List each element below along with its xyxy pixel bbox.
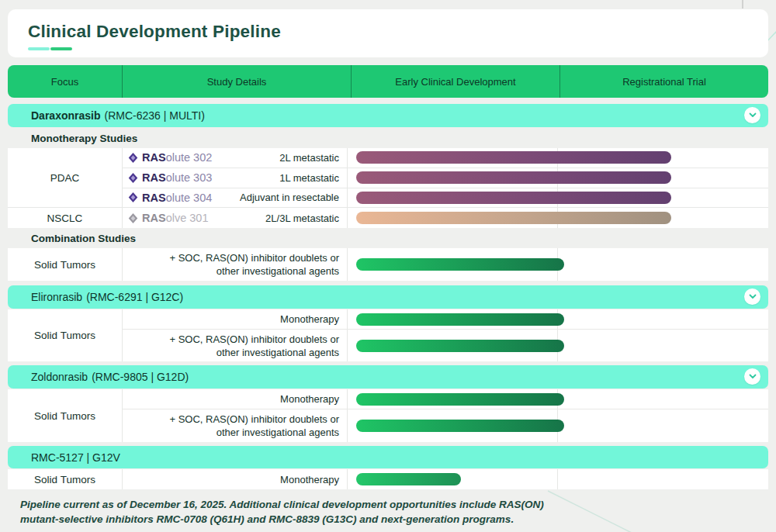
stage-label: 2L/3L metastatic <box>265 212 339 225</box>
rmc-5127-table: Solid Tumors Monotherapy <box>8 469 768 489</box>
column-header-study-details: Study Details <box>122 65 351 98</box>
focus-group-pdac: PDAC RASolute 302 2L metastatic <box>8 148 768 208</box>
footnote-line-1: Pipeline current as of December 16, 2025… <box>20 497 544 512</box>
section-banner-zoldonrasib[interactable]: Zoldonrasib (RMC-9805 | G12D) <box>8 365 768 389</box>
subsection-monotherapy-studies: Monotherapy Studies <box>8 129 768 148</box>
column-header-registrational-trial: Registrational Trial <box>559 65 768 98</box>
table-row: + SOC, RAS(ON) inhibitor doublets or oth… <box>122 248 768 281</box>
drug-code: (RMC-6291 | G12C) <box>86 291 183 303</box>
title-card: Clinical Development Pipeline <box>8 9 768 57</box>
pipeline-bar <box>356 258 564 271</box>
column-header-early-clinical-development: Early Clinical Development <box>351 65 559 98</box>
stage-label: Monotherapy <box>280 392 339 406</box>
stage-label: + SOC, RAS(ON) inhibitor doublets or oth… <box>169 413 339 439</box>
section-banner-rmc-5127[interactable]: RMC-5127 | G12V <box>8 446 768 468</box>
focus-group-solid-tumors: Solid Tumors Monotherapy + SOC, RAS(ON) … <box>8 309 768 361</box>
focus-group-solid-tumors: Solid Tumors + SOC, RAS(ON) inhibitor do… <box>8 248 768 281</box>
elironrasib-table: Solid Tumors Monotherapy + SOC, RAS(ON) … <box>8 309 768 361</box>
table-row: Monotherapy <box>122 469 768 489</box>
table-row: Monotherapy <box>122 309 768 330</box>
stage-label: Monotherapy <box>280 313 339 326</box>
daraxonrasib-combination-table: Solid Tumors + SOC, RAS(ON) inhibitor do… <box>8 248 768 281</box>
table-header-row: Focus Study Details Early Clinical Devel… <box>8 65 768 98</box>
underline-green-segment <box>50 47 72 50</box>
focus-group-solid-tumors: Solid Tumors Monotherapy <box>8 469 768 489</box>
table-row: RASolute 303 1L metastatic <box>122 168 768 188</box>
trial-name-rasolute-304: RASolute 304 <box>128 192 212 204</box>
stage-label: Adjuvant in resectable <box>240 191 339 204</box>
section-banner-elironrasib[interactable]: Elironrasib (RMC-6291 | G12C) <box>8 285 768 309</box>
table-row: RASolute 304 Adjuvant in resectable <box>122 188 768 208</box>
daraxonrasib-monotherapy-table: PDAC RASolute 302 2L metastatic <box>8 148 768 228</box>
stage-label: 2L metastatic <box>279 151 339 164</box>
chevron-down-icon <box>749 294 757 299</box>
underline-teal-segment <box>28 47 50 50</box>
table-row: RASolve 301 2L/3L metastatic <box>122 208 768 228</box>
stage-label: 1L metastatic <box>279 171 339 185</box>
footnote: Pipeline current as of December 16, 2025… <box>20 497 544 527</box>
subsection-combination-studies: Combination Studies <box>8 229 768 248</box>
collapse-button[interactable] <box>744 288 760 305</box>
rasolute-diamond-icon <box>128 153 138 163</box>
table-row: + SOC, RAS(ON) inhibitor doublets or oth… <box>122 330 768 361</box>
table-row: + SOC, RAS(ON) inhibitor doublets or oth… <box>122 409 768 442</box>
pipeline-bar <box>356 171 671 184</box>
stage-label: + SOC, RAS(ON) inhibitor doublets or oth… <box>169 251 339 278</box>
collapse-button[interactable] <box>744 107 760 123</box>
focus-group-nsclc: NSCLC RASolve 301 2L/3L metastatic <box>8 208 768 228</box>
trial-name-rasolute-302: RASolute 302 <box>128 151 212 164</box>
drug-code: (RMC-6236 | MULTI) <box>104 109 204 122</box>
drug-name: RMC-5127 | G12V <box>31 451 120 464</box>
drug-name: Zoldonrasib <box>31 371 88 383</box>
trial-name-rasolve-301: RASolve 301 <box>128 212 208 224</box>
pipeline-bar <box>356 313 564 326</box>
chevron-down-icon <box>749 112 757 118</box>
pipeline-infographic: Clinical Development Pipeline Focus Stud… <box>0 0 776 532</box>
rasolute-diamond-icon <box>128 192 138 202</box>
rasolve-diamond-icon <box>128 213 138 223</box>
page-title: Clinical Development Pipeline <box>28 22 281 42</box>
table-row: RASolute 302 2L metastatic <box>122 148 768 168</box>
focus-group-solid-tumors: Solid Tumors Monotherapy + SOC, RAS(ON) … <box>8 389 768 442</box>
chevron-down-icon <box>749 374 757 379</box>
drug-code: (RMC-9805 | G12D) <box>92 371 189 383</box>
drug-name: Elironrasib <box>31 291 82 303</box>
zoldonrasib-table: Solid Tumors Monotherapy + SOC, RAS(ON) … <box>8 389 768 442</box>
pipeline-bar <box>356 151 671 164</box>
focus-label: Solid Tumors <box>8 469 122 489</box>
pipeline-bar <box>356 473 461 485</box>
pipeline-bar <box>356 420 564 432</box>
trial-name-rasolute-303: RASolute 303 <box>128 171 212 184</box>
drug-name: Daraxonrasib <box>31 109 100 122</box>
footnote-line-2: mutant-selective inhibitors RMC-0708 (Q6… <box>20 512 544 527</box>
pipeline-bar <box>356 192 671 204</box>
pipeline-bar <box>356 212 671 224</box>
focus-label: Solid Tumors <box>8 309 122 361</box>
pipeline-bar <box>356 393 564 406</box>
focus-label: NSCLC <box>8 208 122 228</box>
stage-label: + SOC, RAS(ON) inhibitor doublets or oth… <box>169 333 339 359</box>
stage-label: Monotherapy <box>280 473 339 486</box>
table-row: Monotherapy <box>122 389 768 409</box>
focus-label: Solid Tumors <box>8 248 122 281</box>
collapse-button[interactable] <box>744 368 760 385</box>
pipeline-bar <box>356 340 564 352</box>
title-underline <box>28 47 72 50</box>
focus-label: Solid Tumors <box>8 389 122 442</box>
section-banner-daraxonrasib[interactable]: Daraxonrasib (RMC-6236 | MULTI) <box>8 104 768 127</box>
focus-label: PDAC <box>8 148 122 207</box>
column-header-focus: Focus <box>8 65 122 98</box>
rasolute-diamond-icon <box>128 173 138 183</box>
